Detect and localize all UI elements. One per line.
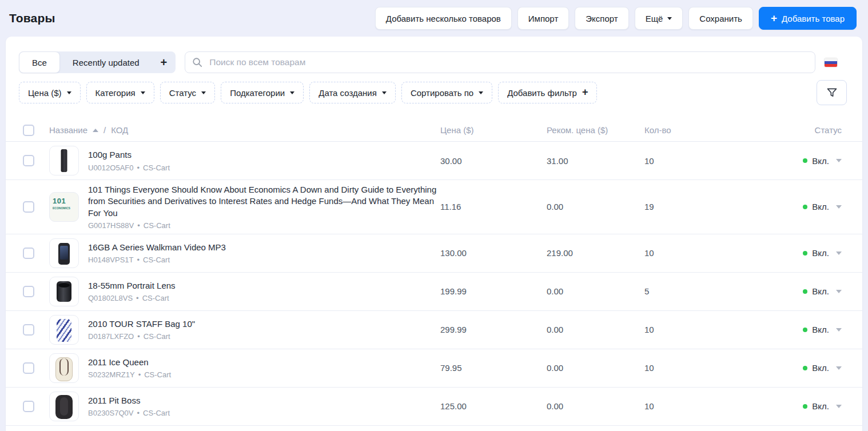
row-checkbox[interactable] <box>23 248 34 259</box>
filter-price-label: Цена ($) <box>28 88 62 98</box>
row-checkbox[interactable] <box>23 401 34 412</box>
product-code: G0017HS88V <box>88 221 134 230</box>
product-code-line: Q01802L8VS • CS-Cart <box>88 294 440 302</box>
import-button[interactable]: Импорт <box>517 7 569 30</box>
status-label: Вкл. <box>812 286 829 296</box>
code-vendor-separator: • <box>137 256 140 264</box>
status-dropdown[interactable]: Вкл. <box>730 325 842 334</box>
chevron-down-icon <box>290 91 294 94</box>
product-list-price: 0.00 <box>547 202 644 211</box>
column-header-price[interactable]: Цена ($) <box>440 125 547 135</box>
status-dropdown[interactable]: Вкл. <box>730 401 842 411</box>
product-list-price: 31.00 <box>547 156 644 166</box>
chevron-down-icon <box>836 366 842 370</box>
search-input[interactable] <box>208 57 808 68</box>
column-header-name[interactable]: Название <box>49 125 87 135</box>
column-header-code[interactable]: КОД <box>111 125 128 135</box>
search-bar <box>185 51 815 73</box>
product-price: 199.99 <box>440 286 547 296</box>
add-filter-button[interactable]: Добавить фильтр+ <box>498 82 597 103</box>
status-enabled-dot-icon <box>803 158 807 163</box>
row-checkbox[interactable] <box>23 324 34 336</box>
filter-funnel-button[interactable] <box>817 80 847 105</box>
product-code: D0187LXFZO <box>88 332 134 341</box>
status-enabled-dot-icon <box>803 404 807 409</box>
product-vendor: CS-Cart <box>144 370 171 379</box>
chevron-down-icon <box>836 159 842 162</box>
status-dropdown[interactable]: Вкл. <box>730 248 842 258</box>
products-table: Название / КОД Цена ($) Реком. цена ($) … <box>6 119 862 426</box>
product-name-link[interactable]: 100g Pants <box>88 149 440 161</box>
status-label: Вкл. <box>812 202 829 211</box>
add-product-button[interactable]: + Добавить товар <box>759 7 857 30</box>
product-name-link[interactable]: 18-55mm Portrait Lens <box>88 280 440 292</box>
more-button[interactable]: Ещё <box>635 7 683 30</box>
select-all-checkbox[interactable] <box>23 125 34 136</box>
product-code-line: D0187LXFZO • CS-Cart <box>88 332 440 341</box>
add-tab-button[interactable]: + <box>152 56 176 69</box>
product-list-price: 0.00 <box>547 363 644 373</box>
product-list-price: 0.00 <box>547 401 644 411</box>
row-checkbox[interactable] <box>23 286 34 297</box>
status-enabled-dot-icon <box>803 251 807 256</box>
toolbar-row: ВсеRecently updated+ <box>6 37 862 73</box>
table-row: 18-55mm Portrait Lens Q01802L8VS • CS-Ca… <box>6 273 862 311</box>
product-name-link[interactable]: 16GB A Series Walkman Video MP3 <box>88 242 440 253</box>
status-dropdown[interactable]: Вкл. <box>730 286 842 296</box>
code-vendor-separator: • <box>136 294 139 302</box>
russian-flag-icon[interactable] <box>825 58 837 67</box>
product-name-cell: 2010 TOUR STAFF Bag 10" D0187LXFZO • CS-… <box>88 318 440 341</box>
status-dropdown[interactable]: Вкл. <box>730 363 842 373</box>
product-price: 125.00 <box>440 401 547 411</box>
product-name-link[interactable]: 101 Things Everyone Should Know About Ec… <box>88 184 440 219</box>
add-multiple-products-button[interactable]: Добавить несколько товаров <box>375 7 512 30</box>
add-multiple-products-button-label: Добавить несколько товаров <box>386 14 501 23</box>
status-dropdown[interactable]: Вкл. <box>730 156 842 166</box>
save-button[interactable]: Сохранить <box>688 7 753 30</box>
tab-all[interactable]: Все <box>19 51 60 73</box>
filter-funnel-icon <box>826 87 838 98</box>
filter-sort-by[interactable]: Сортировать по <box>401 82 492 103</box>
plus-icon: + <box>771 13 777 23</box>
product-name-cell: 16GB A Series Walkman Video MP3 H0148VPS… <box>88 242 440 264</box>
name-code-separator: / <box>103 125 106 135</box>
row-checkbox[interactable] <box>23 155 34 166</box>
code-vendor-separator: • <box>137 221 140 230</box>
column-header-list-price[interactable]: Реком. цена ($) <box>547 125 644 135</box>
code-vendor-separator: • <box>138 370 141 379</box>
status-dropdown[interactable]: Вкл. <box>730 202 842 211</box>
filter-status[interactable]: Статус <box>160 82 215 103</box>
column-header-status[interactable]: Статус <box>730 125 842 135</box>
chevron-down-icon <box>201 91 206 94</box>
export-button[interactable]: Экспорт <box>575 7 628 30</box>
product-list-price: 0.00 <box>547 325 644 334</box>
filter-subcategories[interactable]: Подкатегории <box>221 82 304 103</box>
product-name-link[interactable]: 2010 TOUR STAFF Bag 10" <box>88 318 440 330</box>
column-header-name-code[interactable]: Название / КОД <box>49 125 440 135</box>
product-name-link[interactable]: 2011 Pit Boss <box>88 395 440 406</box>
row-checkbox[interactable] <box>23 201 34 213</box>
product-quantity: 10 <box>644 325 730 334</box>
status-label: Вкл. <box>812 325 829 334</box>
status-enabled-dot-icon <box>803 205 807 209</box>
products-page: Товары Добавить несколько товаровИмпортЭ… <box>0 0 868 431</box>
product-name-link[interactable]: 2011 Ice Queen <box>88 357 440 368</box>
code-vendor-separator: • <box>137 332 140 341</box>
column-header-qty[interactable]: Кол-во <box>644 125 730 135</box>
product-code: Q01802L8VS <box>88 294 133 302</box>
filter-price[interactable]: Цена ($) <box>19 82 81 103</box>
filter-category[interactable]: Категория <box>86 82 154 103</box>
add-filter-label: Добавить фильтр <box>507 88 577 98</box>
topbar-actions: Добавить несколько товаровИмпортЭкспортЕ… <box>375 7 857 30</box>
table-row: 2011 Ice Queen S0232MRZ1Y • CS-Cart 79.9… <box>6 349 862 388</box>
pants-thumbnail <box>49 146 79 175</box>
product-name-cell: 100g Pants U0012O5AF0 • CS-Cart <box>88 149 440 171</box>
filter-creation-date[interactable]: Дата создания <box>309 82 396 103</box>
plus-icon: + <box>582 87 588 97</box>
saved-search-tabs: ВсеRecently updated+ <box>19 51 176 73</box>
product-quantity: 5 <box>644 286 730 296</box>
product-code-line: G0017HS88V • CS-Cart <box>88 221 440 230</box>
filter-category-label: Категория <box>95 88 136 98</box>
row-checkbox[interactable] <box>23 362 34 374</box>
tab-recently-updated[interactable]: Recently updated <box>60 51 152 73</box>
